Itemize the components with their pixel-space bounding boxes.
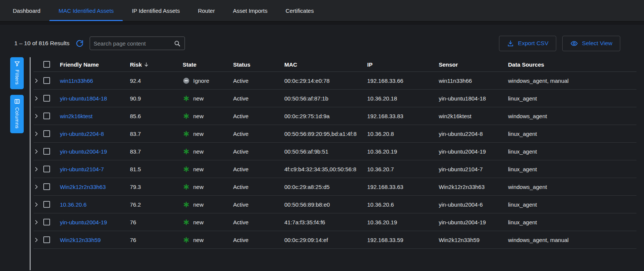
status-value: Active	[233, 131, 284, 137]
search-icon[interactable]	[174, 40, 181, 47]
state-cell: new	[183, 166, 233, 173]
header-sensor[interactable]: Sensor	[439, 61, 508, 68]
row-checkbox[interactable]	[43, 130, 50, 137]
header-state[interactable]: State	[183, 61, 233, 68]
asset-name-link[interactable]: Win2k12r2n33h63	[60, 184, 130, 190]
header-risk-label: Risk	[130, 61, 142, 68]
expand-chevron-icon[interactable]	[34, 202, 43, 207]
expand-chevron-icon[interactable]	[34, 131, 43, 137]
tab-ip-identified-assets[interactable]: IP Identified Assets	[123, 0, 189, 21]
asset-name-link[interactable]: 10.36.20.6	[60, 201, 130, 208]
search-input[interactable]	[94, 40, 174, 47]
risk-value: 76.2	[130, 201, 183, 208]
asset-name-link[interactable]: win11n33h66	[60, 78, 130, 84]
ignore-state-icon	[183, 77, 190, 84]
expand-chevron-icon[interactable]	[34, 237, 43, 243]
header-ip[interactable]: IP	[367, 61, 439, 68]
state-label: new	[193, 95, 204, 102]
tab-router[interactable]: Router	[189, 0, 224, 21]
new-state-icon	[183, 219, 190, 226]
row-checkbox[interactable]	[43, 166, 50, 172]
data-sources-value: windows_agent, manual	[508, 78, 636, 84]
asset-name-link[interactable]: yin-ubuntu2004-19	[60, 148, 130, 155]
row-checkbox[interactable]	[43, 201, 50, 208]
asset-name-link[interactable]: yin-ubuntu1804-18	[60, 95, 130, 102]
asset-name-link[interactable]: yin-ubuntu2104-7	[60, 166, 130, 172]
state-cell: Ignore	[183, 77, 233, 84]
sensor-value: win2k16ktest	[439, 113, 508, 119]
tab-certificates[interactable]: Certificates	[276, 0, 323, 21]
sensor-value: yin-ubuntu2004-19	[439, 148, 508, 155]
row-checkbox[interactable]	[43, 236, 50, 243]
risk-value: 90.9	[130, 95, 183, 102]
header-mac[interactable]: MAC	[284, 61, 367, 68]
sensor-value: yin-ubuntu2004-6	[439, 201, 508, 208]
table-row: yin-ubuntu1804-18 90.9 new Active 00:50:…	[34, 90, 636, 107]
expand-chevron-icon[interactable]	[34, 166, 43, 172]
select-view-button[interactable]: Select View	[562, 36, 620, 51]
state-cell: new	[183, 130, 233, 137]
row-checkbox[interactable]	[43, 95, 50, 102]
mac-value: 00:0c:29:14:e0:78	[284, 78, 367, 84]
expand-chevron-icon[interactable]	[34, 184, 43, 190]
filters-tab[interactable]: Filters	[10, 57, 24, 89]
table-header-row: Friendly Name Risk State Status MAC IP S…	[34, 57, 636, 72]
mac-value: 4f:c9:b4:32:34:35,00:50:56:8	[284, 166, 367, 172]
status-value: Active	[233, 78, 284, 84]
mac-value: 00:0c:29:a8:25:d5	[284, 184, 367, 190]
expand-chevron-icon[interactable]	[34, 78, 43, 84]
header-data-sources[interactable]: Data Sources	[508, 61, 636, 68]
header-status[interactable]: Status	[233, 61, 284, 68]
columns-tab[interactable]: Columns	[10, 95, 24, 133]
table-row: yin-ubuntu2204-8 83.7 new Active 00:50:5…	[34, 125, 636, 143]
new-state-icon	[183, 95, 190, 102]
expand-chevron-icon[interactable]	[34, 96, 43, 101]
status-value: Active	[233, 113, 284, 119]
row-checkbox[interactable]	[43, 77, 50, 84]
asset-name-link[interactable]: Win2k12n33h59	[60, 237, 130, 243]
state-label: new	[193, 113, 204, 119]
asset-name-link[interactable]: yin-ubuntu2204-8	[60, 131, 130, 137]
state-cell: new	[183, 95, 233, 102]
mac-value: 00:50:56:89:b8:e0	[284, 201, 367, 208]
select-all-checkbox[interactable]	[43, 61, 50, 68]
asset-name-link[interactable]: yin-ubuntu2004-19	[60, 219, 130, 225]
row-checkbox[interactable]	[43, 183, 50, 190]
header-friendly-name[interactable]: Friendly Name	[60, 61, 130, 68]
status-value: Active	[233, 95, 284, 102]
sort-descending-icon	[143, 62, 149, 67]
filters-tab-label: Filters	[14, 70, 20, 85]
risk-value: 83.7	[130, 131, 183, 137]
mac-value: 00:50:56:af:9b:51	[284, 148, 367, 155]
row-checkbox[interactable]	[43, 219, 50, 225]
refresh-icon[interactable]	[76, 40, 84, 47]
ip-value: 10.36.20.19	[367, 148, 439, 155]
risk-value: 76	[130, 237, 183, 243]
data-sources-value: windows_agent	[508, 113, 636, 119]
tab-mac-identified-assets[interactable]: MAC Identified Assets	[49, 0, 123, 21]
tab-asset-imports[interactable]: Asset Imports	[224, 0, 276, 21]
mac-value: 41:7a:f3:35:f4:f6	[284, 219, 367, 225]
columns-icon	[14, 98, 20, 105]
ip-value: 10.36.20.19	[367, 219, 439, 225]
data-sources-value: windows_agent, manual	[508, 237, 636, 243]
state-cell: new	[183, 201, 233, 208]
state-label: new	[193, 201, 204, 208]
status-value: Active	[233, 201, 284, 208]
expand-chevron-icon[interactable]	[34, 113, 43, 119]
header-risk[interactable]: Risk	[130, 61, 183, 68]
export-csv-button[interactable]: Export CSV	[499, 36, 556, 51]
nav-divider	[0, 21, 644, 25]
ip-value: 10.36.20.7	[367, 166, 439, 172]
eye-icon	[570, 40, 578, 47]
expand-chevron-icon[interactable]	[34, 219, 43, 225]
row-checkbox[interactable]	[43, 113, 50, 119]
risk-value: 81.5	[130, 166, 183, 172]
status-value: Active	[233, 148, 284, 155]
tab-dashboard[interactable]: Dashboard	[4, 0, 49, 21]
sensor-value: Win2k12n33h59	[439, 237, 508, 243]
data-sources-value: linux_agent	[508, 148, 636, 155]
asset-name-link[interactable]: win2k16ktest	[60, 113, 130, 119]
expand-chevron-icon[interactable]	[34, 149, 43, 154]
row-checkbox[interactable]	[43, 148, 50, 155]
